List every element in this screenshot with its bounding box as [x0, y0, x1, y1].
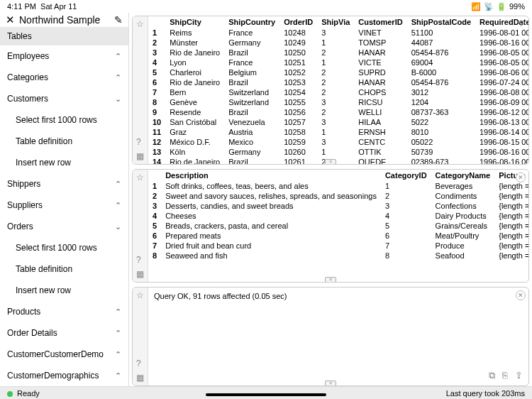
sidebar-item[interactable]: Orders⌄	[0, 216, 128, 237]
table-row[interactable]: 3Desserts, candies, and sweet breads3Con…	[148, 201, 528, 211]
categories-table[interactable]: DescriptionCategoryIDCategoryNamePicture…	[148, 170, 528, 261]
table-row[interactable]: 8GenèveSwitzerland102553RICSU12041996-08…	[148, 97, 528, 107]
section-tables: Tables	[0, 27, 128, 45]
share-icon[interactable]: ⇪	[515, 370, 523, 381]
resize-handle[interactable]: ≡	[325, 381, 336, 386]
star-icon[interactable]: ☆	[136, 19, 144, 29]
close-icon[interactable]: ✕	[6, 13, 15, 26]
table-row[interactable]: 1Soft drinks, coffees, teas, beers, and …	[148, 181, 528, 191]
query-result-text: Query OK, 91 rows affected (0.05 sec)	[154, 292, 287, 300]
results-pane-orders: ☆ ?▦ ShipCityShipCountryOrderIDShipViaCu…	[132, 16, 529, 165]
sidebar-item[interactable]: Categories⌃	[0, 67, 128, 88]
table-row[interactable]: 3Rio de JaneiroBrazil102502HANAR05454-87…	[148, 48, 528, 58]
grid-icon[interactable]: ▦	[136, 269, 144, 279]
grid-icon[interactable]: ▦	[136, 151, 144, 161]
table-row[interactable]: 10San CristóbalVenezuela102573HILAA50221…	[148, 117, 528, 127]
close-pane-icon[interactable]: ✕	[516, 290, 526, 300]
table-row[interactable]: 6Prepared meats6Meat/Poultry{length = 40…	[148, 231, 528, 241]
table-row[interactable]: 12México D.F.Mexico102593CENTC050221996-…	[148, 137, 528, 147]
star-icon[interactable]: ☆	[136, 290, 144, 300]
status-date: Sat Apr 11	[40, 2, 77, 11]
help-icon[interactable]: ?	[136, 255, 144, 265]
column-header[interactable]	[148, 16, 165, 28]
column-header[interactable]: ShipPostalCode	[407, 16, 475, 28]
sidebar-subitem[interactable]: Insert new row	[0, 280, 128, 301]
status-bar: 4:11 PM Sat Apr 11 📶 📡 🔋 99%	[0, 0, 532, 13]
footer-bar: Ready Last query took 203ms	[0, 386, 532, 399]
sidebar-item[interactable]: Customers⌄	[0, 88, 128, 109]
battery-percent: 99%	[509, 2, 525, 11]
db-title: Northwind Sample	[19, 14, 110, 26]
column-header[interactable]: CategoryName	[431, 170, 495, 181]
export-icon[interactable]: ⎘	[502, 370, 508, 381]
table-row[interactable]: 9ResendeBrazil102562WELLI08737-3631996-0…	[148, 107, 528, 117]
sidebar-item[interactable]: Employees⌃	[0, 45, 128, 67]
resize-handle[interactable]: ≡	[325, 277, 336, 283]
results-pane-message: ☆ ?▦ Query OK, 91 rows affected (0.05 se…	[132, 287, 529, 386]
column-header[interactable]: ShipCountry	[224, 16, 279, 28]
close-pane-icon[interactable]: ✕	[516, 173, 526, 182]
star-icon[interactable]: ☆	[136, 173, 144, 182]
table-row[interactable]: 4LyonFrance102511VICTE690041996-08-05 00…	[148, 58, 528, 67]
wifi-icon: 📡	[484, 2, 494, 11]
sidebar-item[interactable]: Products⌃	[0, 301, 128, 322]
column-header[interactable]: CategoryID	[381, 170, 431, 181]
sidebar-subitem[interactable]: Table definition	[0, 131, 128, 152]
timing-text: Last query took 203ms	[446, 389, 525, 398]
table-row[interactable]: 7Dried fruit and bean curd7Produce{lengt…	[148, 241, 528, 251]
copy-icon[interactable]: ⧉	[489, 370, 495, 381]
table-row[interactable]: 5Breads, crackers, pasta, and cereal5Gra…	[148, 221, 528, 231]
column-header[interactable]	[148, 170, 161, 181]
table-row[interactable]: 2Sweet and savory sauces, relishes, spre…	[148, 191, 528, 201]
column-header[interactable]: CustomerID	[354, 16, 406, 28]
table-row[interactable]: 1ReimsFrance102483VINET511001996-08-01 0…	[148, 28, 528, 38]
battery-icon: 🔋	[497, 2, 506, 11]
sidebar: ✕ Northwind Sample ✎ Tables Employees⌃Ca…	[0, 13, 129, 386]
column-header[interactable]: Description	[161, 170, 381, 181]
sidebar-subitem[interactable]: Select first 1000 rows	[0, 237, 128, 258]
grid-icon[interactable]: ▦	[136, 373, 144, 383]
compose-icon[interactable]: ✎	[114, 14, 123, 26]
signal-icon: 📶	[471, 2, 481, 11]
expand-icon[interactable]: ⤢	[519, 19, 526, 28]
sidebar-item[interactable]: CustomerDemographics⌃	[0, 365, 128, 386]
table-row[interactable]: 4Cheeses4Dairy Products{length = 4096, b…	[148, 211, 528, 221]
sidebar-item[interactable]: CustomerCustomerDemo⌃	[0, 344, 128, 365]
sidebar-subitem[interactable]: Select first 1000 rows	[0, 109, 128, 131]
sidebar-item[interactable]: Suppliers⌃	[0, 195, 128, 216]
sidebar-subitem[interactable]: Insert new row	[0, 152, 128, 173]
help-icon[interactable]: ?	[136, 359, 144, 368]
column-header[interactable]: ShipVia	[317, 16, 354, 28]
table-row[interactable]: 7BernSwitzerland102542CHOPS30121996-08-0…	[148, 87, 528, 97]
help-icon[interactable]: ?	[136, 137, 144, 147]
table-row[interactable]: 11GrazAustria102581ERNSH80101996-08-14 0…	[148, 127, 528, 137]
sidebar-item[interactable]: Shippers⌃	[0, 173, 128, 195]
orders-table[interactable]: ShipCityShipCountryOrderIDShipViaCustome…	[148, 16, 528, 164]
status-text: Ready	[17, 389, 40, 398]
table-row[interactable]: 13KölnGermany102601OTTIK507391996-08-16 …	[148, 147, 528, 157]
sidebar-subitem[interactable]: Table definition	[0, 258, 128, 280]
status-dot-icon	[7, 391, 13, 397]
column-header[interactable]: OrderID	[279, 16, 317, 28]
table-row[interactable]: 6Rio de JaneiroBrazil102532HANAR05454-87…	[148, 77, 528, 87]
resize-handle[interactable]: ≡	[325, 159, 336, 165]
table-row[interactable]: 5CharleroiBelgium102522SUPRDB-60001996-0…	[148, 67, 528, 77]
sidebar-item[interactable]: Order Details⌃	[0, 322, 128, 344]
column-header[interactable]: ShipCity	[165, 16, 224, 28]
home-indicator[interactable]	[206, 393, 326, 396]
table-row[interactable]: 2MünsterGermany102491TOMSP440871996-08-1…	[148, 38, 528, 48]
status-time: 4:11 PM	[7, 2, 36, 11]
table-row[interactable]: 8Seaweed and fish8Seafood{length = 4096,…	[148, 251, 528, 261]
results-pane-categories: ☆ ?▦ DescriptionCategoryIDCategoryNamePi…	[132, 169, 529, 283]
table-row[interactable]: 14Rio de JaneiroBrazil102612QUEDE02389-6…	[148, 157, 528, 164]
